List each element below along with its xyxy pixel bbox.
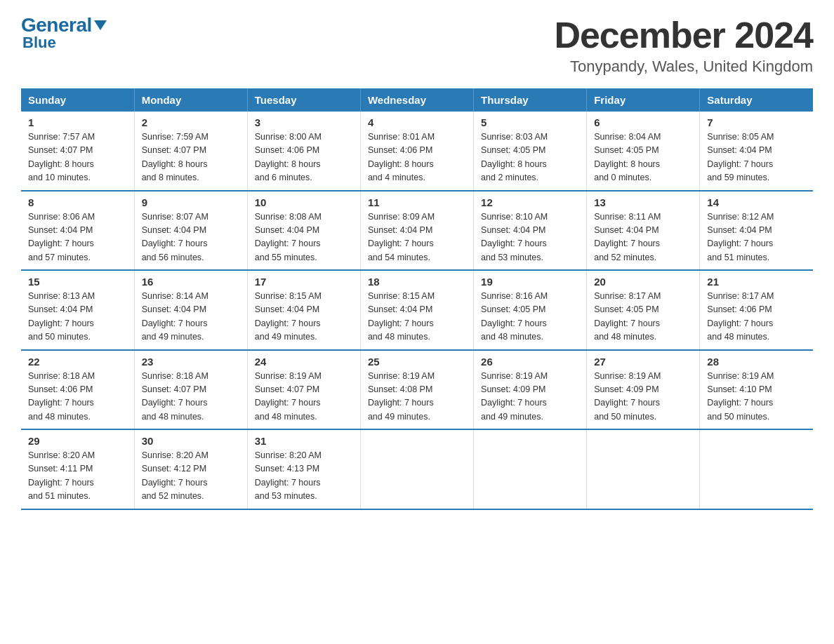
weekday-header-saturday: Saturday: [700, 88, 813, 112]
day-info: Sunrise: 8:20 AMSunset: 4:11 PMDaylight:…: [28, 449, 127, 504]
day-number: 27: [594, 356, 692, 368]
day-number: 28: [707, 356, 806, 368]
day-number: 7: [707, 116, 806, 128]
calendar-cell: 15Sunrise: 8:13 AMSunset: 4:04 PMDayligh…: [21, 270, 134, 350]
weekday-header-thursday: Thursday: [474, 88, 587, 112]
day-number: 15: [28, 276, 127, 288]
day-info: Sunrise: 8:19 AMSunset: 4:07 PMDaylight:…: [255, 370, 353, 424]
day-number: 22: [28, 356, 127, 368]
day-info: Sunrise: 8:07 AMSunset: 4:04 PMDaylight:…: [142, 210, 240, 265]
day-number: 31: [255, 435, 353, 447]
calendar-cell: 27Sunrise: 8:19 AMSunset: 4:09 PMDayligh…: [587, 350, 700, 430]
calendar-cell: 17Sunrise: 8:15 AMSunset: 4:04 PMDayligh…: [247, 270, 360, 350]
day-number: 24: [255, 356, 353, 368]
calendar-cell: 19Sunrise: 8:16 AMSunset: 4:05 PMDayligh…: [474, 270, 587, 350]
day-info: Sunrise: 8:20 AMSunset: 4:13 PMDaylight:…: [255, 449, 353, 504]
day-number: 13: [594, 196, 692, 208]
day-number: 25: [368, 356, 466, 368]
calendar-subtitle: Tonypandy, Wales, United Kingdom: [554, 58, 813, 76]
calendar-cell: [360, 429, 473, 509]
day-number: 29: [28, 435, 127, 447]
day-number: 11: [368, 196, 466, 208]
day-info: Sunrise: 8:19 AMSunset: 4:10 PMDaylight:…: [707, 370, 806, 424]
day-info: Sunrise: 8:04 AMSunset: 4:05 PMDaylight:…: [594, 130, 692, 185]
day-info: Sunrise: 8:13 AMSunset: 4:04 PMDaylight:…: [28, 290, 127, 344]
calendar-cell: 22Sunrise: 8:18 AMSunset: 4:06 PMDayligh…: [21, 350, 134, 430]
day-info: Sunrise: 8:20 AMSunset: 4:12 PMDaylight:…: [142, 449, 240, 504]
day-number: 20: [594, 276, 692, 288]
day-info: Sunrise: 8:12 AMSunset: 4:04 PMDaylight:…: [707, 210, 806, 265]
day-number: 5: [481, 116, 579, 128]
calendar-title: December 2024: [554, 14, 813, 56]
logo-triangle-icon: [94, 20, 107, 30]
day-number: 4: [368, 116, 466, 128]
calendar-header: SundayMondayTuesdayWednesdayThursdayFrid…: [21, 88, 813, 112]
calendar-cell: 14Sunrise: 8:12 AMSunset: 4:04 PMDayligh…: [700, 191, 813, 271]
logo-blue-text: Blue: [22, 34, 56, 52]
day-number: 30: [142, 435, 240, 447]
calendar-cell: 23Sunrise: 8:18 AMSunset: 4:07 PMDayligh…: [134, 350, 247, 430]
day-info: Sunrise: 8:08 AMSunset: 4:04 PMDaylight:…: [255, 210, 353, 265]
day-number: 2: [142, 116, 240, 128]
day-number: 1: [28, 116, 127, 128]
calendar-cell: 20Sunrise: 8:17 AMSunset: 4:05 PMDayligh…: [587, 270, 700, 350]
day-info: Sunrise: 8:01 AMSunset: 4:06 PMDaylight:…: [368, 130, 466, 185]
day-info: Sunrise: 8:09 AMSunset: 4:04 PMDaylight:…: [368, 210, 466, 265]
weekday-header-row: SundayMondayTuesdayWednesdayThursdayFrid…: [21, 88, 813, 112]
day-info: Sunrise: 7:59 AMSunset: 4:07 PMDaylight:…: [142, 130, 240, 185]
day-info: Sunrise: 8:15 AMSunset: 4:04 PMDaylight:…: [255, 290, 353, 344]
day-number: 19: [481, 276, 579, 288]
day-number: 12: [481, 196, 579, 208]
calendar-cell: 1Sunrise: 7:57 AMSunset: 4:07 PMDaylight…: [21, 112, 134, 191]
day-number: 26: [481, 356, 579, 368]
day-info: Sunrise: 8:17 AMSunset: 4:06 PMDaylight:…: [707, 290, 806, 344]
calendar-cell: 10Sunrise: 8:08 AMSunset: 4:04 PMDayligh…: [247, 191, 360, 271]
calendar-cell: 4Sunrise: 8:01 AMSunset: 4:06 PMDaylight…: [360, 112, 473, 191]
day-info: Sunrise: 8:11 AMSunset: 4:04 PMDaylight:…: [594, 210, 692, 265]
calendar-cell: 8Sunrise: 8:06 AMSunset: 4:04 PMDaylight…: [21, 191, 134, 271]
calendar-week-row: 15Sunrise: 8:13 AMSunset: 4:04 PMDayligh…: [21, 270, 813, 350]
calendar-cell: [700, 429, 813, 509]
day-info: Sunrise: 8:17 AMSunset: 4:05 PMDaylight:…: [594, 290, 692, 344]
day-info: Sunrise: 8:14 AMSunset: 4:04 PMDaylight:…: [142, 290, 240, 344]
calendar-cell: 6Sunrise: 8:04 AMSunset: 4:05 PMDaylight…: [587, 112, 700, 191]
day-info: Sunrise: 8:00 AMSunset: 4:06 PMDaylight:…: [255, 130, 353, 185]
calendar-cell: 5Sunrise: 8:03 AMSunset: 4:05 PMDaylight…: [474, 112, 587, 191]
calendar-cell: 2Sunrise: 7:59 AMSunset: 4:07 PMDaylight…: [134, 112, 247, 191]
calendar-cell: 24Sunrise: 8:19 AMSunset: 4:07 PMDayligh…: [247, 350, 360, 430]
day-info: Sunrise: 7:57 AMSunset: 4:07 PMDaylight:…: [28, 130, 127, 185]
day-number: 9: [142, 196, 240, 208]
calendar-cell: 25Sunrise: 8:19 AMSunset: 4:08 PMDayligh…: [360, 350, 473, 430]
calendar-cell: 13Sunrise: 8:11 AMSunset: 4:04 PMDayligh…: [587, 191, 700, 271]
calendar-cell: 28Sunrise: 8:19 AMSunset: 4:10 PMDayligh…: [700, 350, 813, 430]
day-info: Sunrise: 8:16 AMSunset: 4:05 PMDaylight:…: [481, 290, 579, 344]
weekday-header-tuesday: Tuesday: [247, 88, 360, 112]
calendar-week-row: 29Sunrise: 8:20 AMSunset: 4:11 PMDayligh…: [21, 429, 813, 509]
calendar-body: 1Sunrise: 7:57 AMSunset: 4:07 PMDaylight…: [21, 112, 813, 509]
day-number: 17: [255, 276, 353, 288]
logo: General Blue: [21, 14, 107, 52]
calendar-week-row: 8Sunrise: 8:06 AMSunset: 4:04 PMDaylight…: [21, 191, 813, 271]
calendar-cell: 3Sunrise: 8:00 AMSunset: 4:06 PMDaylight…: [247, 112, 360, 191]
calendar-cell: 16Sunrise: 8:14 AMSunset: 4:04 PMDayligh…: [134, 270, 247, 350]
day-number: 8: [28, 196, 127, 208]
day-info: Sunrise: 8:18 AMSunset: 4:07 PMDaylight:…: [142, 370, 240, 424]
day-number: 21: [707, 276, 806, 288]
calendar-week-row: 22Sunrise: 8:18 AMSunset: 4:06 PMDayligh…: [21, 350, 813, 430]
weekday-header-wednesday: Wednesday: [360, 88, 473, 112]
day-info: Sunrise: 8:15 AMSunset: 4:04 PMDaylight:…: [368, 290, 466, 344]
title-block: December 2024 Tonypandy, Wales, United K…: [554, 14, 813, 76]
calendar-cell: 7Sunrise: 8:05 AMSunset: 4:04 PMDaylight…: [700, 112, 813, 191]
calendar-cell: 18Sunrise: 8:15 AMSunset: 4:04 PMDayligh…: [360, 270, 473, 350]
day-number: 18: [368, 276, 466, 288]
day-number: 3: [255, 116, 353, 128]
calendar-cell: [474, 429, 587, 509]
day-number: 23: [142, 356, 240, 368]
page-header: General Blue December 2024 Tonypandy, Wa…: [21, 14, 813, 76]
day-number: 16: [142, 276, 240, 288]
day-number: 14: [707, 196, 806, 208]
day-number: 10: [255, 196, 353, 208]
calendar-cell: [587, 429, 700, 509]
calendar-cell: 11Sunrise: 8:09 AMSunset: 4:04 PMDayligh…: [360, 191, 473, 271]
day-info: Sunrise: 8:19 AMSunset: 4:09 PMDaylight:…: [481, 370, 579, 424]
